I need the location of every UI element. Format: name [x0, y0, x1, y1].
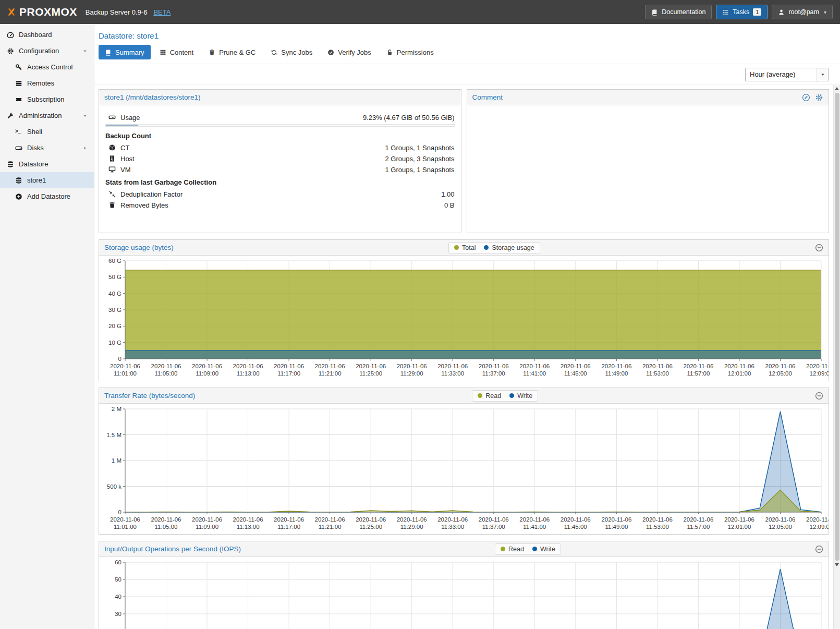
svg-text:2020-11-06: 2020-11-06 [192, 363, 222, 369]
edit-icon[interactable] [802, 93, 810, 102]
gears-icon [7, 47, 14, 55]
svg-text:11:05:00: 11:05:00 [155, 370, 178, 377]
sidebar-item-store1[interactable]: store1 [0, 172, 94, 188]
svg-text:11:25:00: 11:25:00 [359, 370, 382, 377]
svg-text:11:45:00: 11:45:00 [564, 524, 587, 530]
sidebar-item-label: Datastore [19, 160, 48, 168]
sidebar-item-access-control[interactable]: Access Control [0, 59, 94, 75]
panel-title: Storage usage (bytes) [104, 244, 174, 251]
row-value: 0 B [444, 201, 455, 209]
sidebar-item-label: Dashboard [19, 31, 52, 39]
storage-usage-panel: Storage usage (bytes) Total Storage usag… [99, 239, 829, 381]
svg-text:11:37:00: 11:37:00 [482, 524, 505, 530]
legend-write[interactable]: Write [509, 392, 532, 400]
tab-content[interactable]: Content [153, 45, 200, 59]
sidebar-item-disks[interactable]: Disks [0, 140, 94, 156]
panel-title: Comment [472, 93, 503, 101]
chevron-down-icon[interactable] [817, 68, 828, 81]
usage-row: Usage 9.23% (4.67 GiB of 50.56 GiB) [105, 112, 455, 123]
sidebar-item-dashboard[interactable]: Dashboard [0, 27, 94, 43]
tab-summary[interactable]: Summary [99, 45, 151, 59]
collapse-icon[interactable] [815, 392, 823, 400]
ticket-icon [15, 96, 22, 103]
legend-read[interactable]: Read [501, 546, 524, 553]
sidebar-item-subscription[interactable]: Subscription [0, 91, 94, 107]
row-value: 2 Groups, 3 Snapshots [385, 155, 455, 163]
sidebar-item-remotes[interactable]: Remotes [0, 75, 94, 91]
collapse-icon[interactable] [815, 244, 823, 252]
sidebar-item-configuration[interactable]: Configuration [0, 43, 94, 59]
svg-text:2020-11-06: 2020-11-06 [806, 363, 829, 369]
sidebar-item-administration[interactable]: Administration [0, 107, 94, 124]
documentation-button[interactable]: Documentation [645, 5, 712, 19]
legend-dot [509, 393, 514, 398]
beta-link[interactable]: BETA [153, 8, 171, 16]
panel-header: store1 (/mnt/datastores/store1) [99, 90, 461, 105]
svg-text:2020-11-06: 2020-11-06 [806, 516, 829, 523]
time-range-select[interactable]: Hour (average) [745, 68, 829, 81]
collapse-icon[interactable] [815, 545, 823, 553]
svg-text:500 k: 500 k [107, 483, 121, 490]
scroll-down-button[interactable] [834, 561, 840, 568]
legend-storage-usage[interactable]: Storage usage [484, 244, 534, 251]
tab-prune-gc[interactable]: Prune & GC [202, 45, 262, 59]
user-icon [778, 9, 785, 16]
chevron-down-icon[interactable] [82, 113, 88, 118]
legend-write[interactable]: Write [532, 546, 555, 553]
removed-bytes-row: Removed Bytes 0 B [105, 200, 455, 210]
tab-label: Permissions [397, 49, 434, 56]
svg-text:11:57:00: 11:57:00 [687, 370, 710, 377]
tab-verify-jobs[interactable]: Verify Jobs [321, 45, 378, 59]
tab-label: Sync Jobs [281, 49, 312, 56]
sidebar-item-label: Remotes [27, 79, 54, 87]
legend-label: Read [508, 546, 524, 553]
chevron-down-icon[interactable] [82, 49, 88, 54]
svg-text:2020-11-06: 2020-11-06 [561, 516, 591, 523]
svg-text:11:45:00: 11:45:00 [564, 370, 587, 377]
svg-text:12:05:00: 12:05:00 [769, 370, 792, 377]
svg-text:11:37:00: 11:37:00 [482, 370, 505, 377]
svg-text:10 G: 10 G [108, 340, 121, 346]
legend-read[interactable]: Read [478, 392, 501, 400]
vertical-scrollbar[interactable] [833, 85, 840, 629]
dedup-factor-row: Deduplication Factor 1.00 [105, 189, 455, 199]
sidebar-item-add-datastore[interactable]: Add Datastore [0, 188, 94, 204]
svg-text:2020-11-06: 2020-11-06 [315, 363, 345, 369]
svg-text:2020-11-06: 2020-11-06 [724, 516, 754, 523]
usage-progress-fill [106, 125, 138, 126]
sidebar-item-datastore[interactable]: Datastore [0, 156, 94, 172]
tab-label: Prune & GC [219, 49, 255, 56]
user-menu-button[interactable]: root@pam ▾ [772, 5, 833, 19]
row-value: 1 Groups, 1 Snapshots [385, 144, 455, 152]
svg-text:11:57:00: 11:57:00 [687, 524, 710, 530]
panel-title: Input/Output Operations per Second (IOPS… [104, 545, 241, 553]
hdd-icon [108, 114, 116, 121]
scrollbar-thumb[interactable] [835, 93, 839, 561]
legend-total[interactable]: Total [454, 244, 476, 251]
svg-text:30: 30 [115, 611, 121, 617]
panel-title: Transfer Rate (bytes/second) [104, 392, 195, 400]
tab-bar: Summary Content Prune & GC [94, 45, 840, 64]
sidebar-item-shell[interactable]: >_ Shell [0, 124, 94, 140]
panel-header: Storage usage (bytes) Total Storage usag… [99, 240, 829, 256]
sidebar-item-label: Shell [27, 128, 42, 136]
svg-text:11:21:00: 11:21:00 [319, 370, 342, 377]
scroll-up-button[interactable] [834, 85, 840, 92]
tasks-button[interactable]: Tasks 1 [716, 5, 768, 19]
comment-content[interactable] [467, 105, 829, 112]
hdd-icon [15, 144, 22, 152]
legend-label: Total [462, 244, 476, 251]
svg-text:2020-11-06: 2020-11-06 [356, 516, 386, 523]
database-icon [15, 177, 22, 184]
chevron-right-icon[interactable] [82, 146, 88, 151]
legend-label: Write [517, 392, 532, 400]
svg-text:11:53:00: 11:53:00 [646, 524, 669, 530]
svg-text:0: 0 [118, 509, 121, 515]
sidebar-item-label: store1 [27, 176, 46, 184]
iops-chart: 01020304050602020-11-0611:01:002020-11-0… [99, 557, 829, 629]
tab-sync-jobs[interactable]: Sync Jobs [264, 45, 319, 59]
gear-icon[interactable] [815, 93, 823, 102]
tab-permissions[interactable]: Permissions [380, 45, 440, 59]
row-label: CT [120, 144, 129, 152]
svg-text:11:41:00: 11:41:00 [523, 524, 546, 530]
